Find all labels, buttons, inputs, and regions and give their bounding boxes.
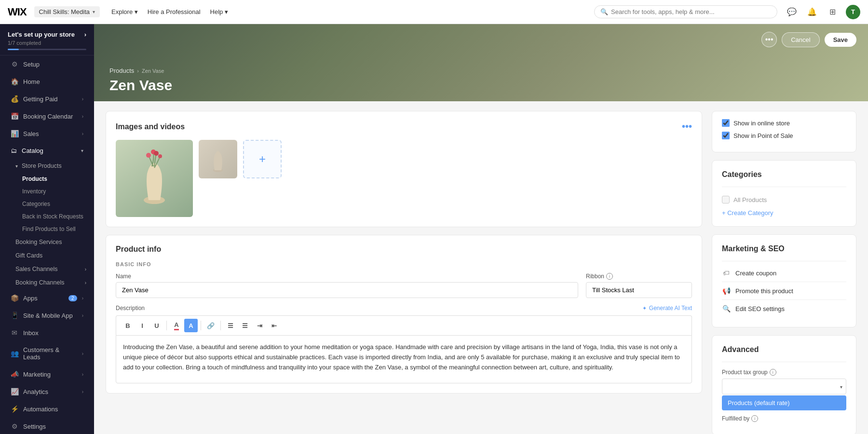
- edit-seo-item[interactable]: 🔍 Edit SEO settings: [722, 300, 846, 317]
- sidebar-item-apps[interactable]: 📦 Apps 2 ›: [3, 290, 91, 306]
- sidebar-item-marketing[interactable]: 📣 Marketing ›: [3, 366, 91, 382]
- tax-group-select[interactable]: [722, 379, 846, 394]
- images-card: Images and videos •••: [106, 111, 702, 227]
- sidebar-item-sales-channels[interactable]: Sales Channels ›: [15, 262, 94, 276]
- link-button[interactable]: 🔗: [204, 319, 217, 332]
- sidebar-item-settings[interactable]: ⚙ Settings: [3, 418, 91, 434]
- sidebar-item-catalog[interactable]: 🗂 Catalog ▾: [3, 143, 91, 159]
- sidebar-item-back-in-stock[interactable]: Back in Stock Requests: [22, 210, 94, 223]
- sidebar-item-analytics[interactable]: 📈 Analytics ›: [3, 383, 91, 400]
- search-input[interactable]: [611, 8, 771, 15]
- avatar[interactable]: T: [846, 5, 860, 19]
- nav-help[interactable]: Help ▾: [210, 8, 228, 15]
- bold-button[interactable]: B: [121, 319, 135, 332]
- tax-group-dropdown-option[interactable]: Products (default rate): [722, 395, 846, 410]
- more-options-button[interactable]: •••: [761, 32, 777, 47]
- show-online-label: Show in online store: [733, 120, 790, 127]
- show-pos-label: Show in Point of Sale: [733, 132, 793, 139]
- breadcrumb-current: Zen Vase: [142, 68, 164, 74]
- nav-hire[interactable]: Hire a Professional: [148, 8, 201, 15]
- list-ul-button[interactable]: ☰: [224, 319, 237, 332]
- sidebar-item-products[interactable]: Products: [22, 173, 94, 185]
- grid-icon[interactable]: ⊞: [826, 5, 839, 19]
- italic-button[interactable]: I: [136, 319, 149, 332]
- name-group: Name: [116, 273, 578, 298]
- name-label: Name: [116, 273, 578, 280]
- text-color-button[interactable]: A: [170, 319, 183, 332]
- create-coupon-item[interactable]: 🏷 Create coupon: [722, 264, 846, 282]
- all-products-checkbox: [722, 196, 730, 203]
- cancel-button[interactable]: Cancel: [782, 32, 819, 47]
- sidebar-item-inbox[interactable]: ✉ Inbox: [3, 325, 91, 341]
- sidebar-item-gift-cards[interactable]: Gift Cards: [15, 249, 94, 262]
- product-image-main[interactable]: [116, 140, 193, 217]
- topnav: WIX Chill Skills: Medita ▾ Explore ▾ Hir…: [0, 0, 868, 24]
- sidebar-item-automations[interactable]: ⚡ Automations: [3, 401, 91, 417]
- chat-icon[interactable]: 💬: [785, 5, 799, 19]
- sidebar-item-inventory[interactable]: Inventory: [22, 185, 94, 198]
- product-info-card: Product info BASIC INFO Name Ribbon i: [106, 235, 702, 393]
- main-content: ••• Cancel Save Products › Zen Vase Zen …: [94, 24, 868, 434]
- bell-icon[interactable]: 🔔: [805, 5, 819, 19]
- advanced-card: Advanced Product tax group i ▾ Products …: [712, 335, 856, 434]
- indent-button[interactable]: ⇥: [253, 319, 266, 332]
- categories-title: Categories: [722, 170, 762, 179]
- sidebar-item-home[interactable]: 🏠 Home: [3, 73, 91, 90]
- product-image-2[interactable]: [199, 140, 237, 178]
- sidebar-item-customers[interactable]: 👥 Customers & Leads ›: [3, 342, 91, 365]
- tax-info-icon[interactable]: i: [770, 369, 776, 376]
- search-bar[interactable]: 🔍: [594, 5, 777, 18]
- site-name-selector[interactable]: Chill Skills: Medita ▾: [34, 6, 100, 17]
- sidebar-item-site-mobile[interactable]: 📱 Site & Mobile App ›: [3, 307, 91, 324]
- images-menu-icon[interactable]: •••: [682, 121, 692, 132]
- generate-ai-button[interactable]: Generate AI Text: [642, 305, 692, 312]
- save-button[interactable]: Save: [825, 33, 856, 47]
- show-pos-checkbox[interactable]: [722, 132, 730, 139]
- promote-product-item[interactable]: 📢 Promote this product: [722, 282, 846, 300]
- text-highlight-button[interactable]: A: [184, 319, 198, 332]
- outdent-button[interactable]: ⇤: [267, 319, 281, 332]
- ribbon-info-icon[interactable]: i: [606, 273, 613, 280]
- nav-explore[interactable]: Explore ▾: [111, 8, 138, 15]
- sidebar-store-products: ▾ Store Products Products Inventory Cate…: [0, 159, 94, 289]
- underline-button[interactable]: U: [150, 319, 163, 332]
- list-ol-button[interactable]: ☰: [238, 319, 252, 332]
- description-editor[interactable]: Introducing the Zen Vase, a beautiful an…: [116, 335, 692, 383]
- sidebar-item-booking-channels[interactable]: Booking Channels ›: [15, 276, 94, 289]
- sidebar-item-booking-services[interactable]: Booking Services: [15, 235, 94, 249]
- progress-fill: [8, 49, 19, 50]
- site-name-label: Chill Skills: Medita: [39, 8, 90, 15]
- store-products-arrow-icon: ▾: [15, 163, 18, 169]
- fulfilled-info-icon[interactable]: i: [751, 415, 758, 422]
- sales-arrow-icon: ›: [82, 131, 83, 136]
- show-online-row[interactable]: Show in online store: [722, 119, 846, 127]
- sidebar-item-categories[interactable]: Categories: [22, 198, 94, 210]
- create-category-link[interactable]: + Create Category: [722, 209, 846, 217]
- setup-title[interactable]: Let's set up your store ›: [8, 31, 86, 38]
- name-input[interactable]: [116, 282, 578, 298]
- ribbon-group: Ribbon i: [586, 273, 692, 298]
- all-products-label: All Products: [733, 196, 767, 203]
- tax-group-select-wrap: ▾: [722, 379, 846, 394]
- breadcrumb: Products › Zen Vase: [109, 67, 172, 74]
- sidebar-item-getting-paid[interactable]: 💰 Getting Paid ›: [3, 91, 91, 107]
- sidebar-item-find-products[interactable]: Find Products to Sell: [22, 223, 94, 235]
- show-pos-row[interactable]: Show in Point of Sale: [722, 132, 846, 139]
- sidebar-item-setup[interactable]: ⚙ Setup: [3, 56, 91, 72]
- marketing-icon: 📣: [11, 370, 18, 378]
- body-area: Images and videos •••: [94, 101, 868, 434]
- edit-seo-label: Edit SEO settings: [735, 305, 785, 312]
- nav-icons: 💬 🔔 ⊞ T: [785, 5, 860, 19]
- sidebar-item-store-products[interactable]: ▾ Store Products: [15, 159, 94, 173]
- ribbon-input[interactable]: [586, 282, 692, 298]
- sidebar-item-booking-calendar[interactable]: 📅 Booking Calendar ›: [3, 108, 91, 124]
- svg-point-2: [154, 151, 159, 156]
- show-online-checkbox[interactable]: [722, 119, 730, 127]
- sidebar-item-sales[interactable]: 📊 Sales ›: [3, 125, 91, 142]
- search-icon: 🔍: [600, 8, 608, 15]
- add-image-button[interactable]: +: [243, 140, 282, 178]
- basic-info-label: BASIC INFO: [116, 261, 692, 267]
- images-grid: +: [116, 140, 692, 217]
- apps-arrow-icon: ›: [82, 296, 83, 301]
- breadcrumb-products-link[interactable]: Products: [109, 67, 134, 74]
